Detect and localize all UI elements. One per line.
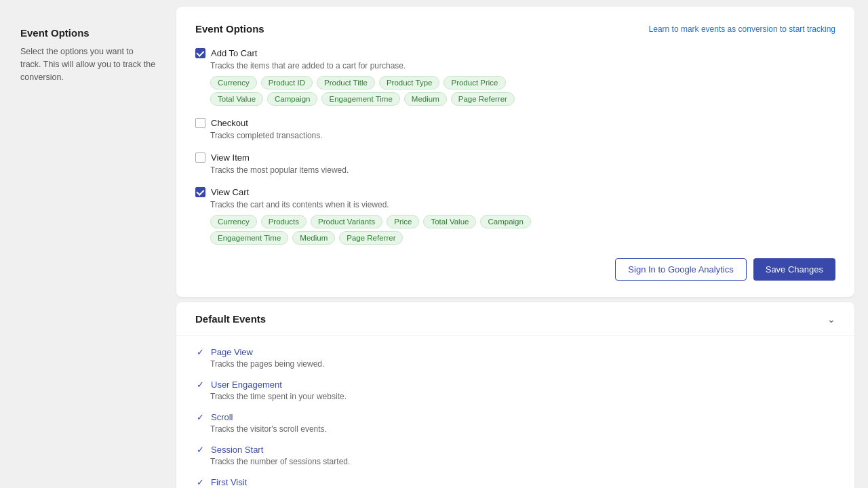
default-event-user-engagement: ✓ User Engagement Tracks the time spent … <box>195 380 835 401</box>
page-view-label: Page View <box>211 347 253 357</box>
tag-vc-campaign: Campaign <box>480 215 530 228</box>
save-changes-button[interactable]: Save Changes <box>753 258 835 281</box>
card-header: Event Options Learn to mark events as co… <box>195 23 835 35</box>
view-cart-label-row: View Cart <box>195 187 835 197</box>
card-title: Event Options <box>195 23 264 35</box>
tag-total-value: Total Value <box>210 92 263 106</box>
check-icon-page-view: ✓ <box>195 347 205 357</box>
scroll-desc: Tracks the visitor's scroll events. <box>210 424 835 434</box>
sign-in-button[interactable]: Sign In to Google Analytics <box>615 258 746 281</box>
default-events-title: Default Events <box>195 313 266 325</box>
default-event-scroll: ✓ Scroll Tracks the visitor's scroll eve… <box>195 412 835 434</box>
view-cart-label: View Cart <box>211 187 249 197</box>
default-event-first-visit: ✓ First Visit Tracks the new visitors. <box>195 477 835 488</box>
tag-product-id: Product ID <box>261 76 313 89</box>
view-cart-tags-row2: Engagement Time Medium Page Referrer <box>210 231 835 245</box>
view-cart-desc: Tracks the cart and its contents when it… <box>210 200 835 209</box>
default-events-card: Default Events ⌄ ✓ Page View Tracks the … <box>176 302 854 488</box>
event-label-row: Add To Cart <box>195 48 835 58</box>
event-options-card: Event Options Learn to mark events as co… <box>176 7 854 297</box>
default-events-body: ✓ Page View Tracks the pages being viewe… <box>176 336 854 488</box>
view-cart-tags-row1: Currency Products Product Variants Price… <box>210 215 835 228</box>
checkout-checkbox[interactable] <box>195 118 205 128</box>
first-visit-row: ✓ First Visit <box>195 477 835 487</box>
checkout-label: Checkout <box>211 118 248 128</box>
session-start-row: ✓ Session Start <box>195 445 835 455</box>
tag-vc-page-referrer: Page Referrer <box>339 231 403 245</box>
default-event-page-view: ✓ Page View Tracks the pages being viewe… <box>195 347 835 369</box>
chevron-down-icon: ⌄ <box>827 314 835 325</box>
check-icon-scroll: ✓ <box>195 412 205 422</box>
view-item-label-row: View Item <box>195 152 835 163</box>
scroll-row: ✓ Scroll <box>195 412 835 422</box>
default-event-session-start: ✓ Session Start Tracks the number of ses… <box>195 445 835 466</box>
checkout-desc: Tracks completed transactions. <box>210 131 835 140</box>
check-icon-session-start: ✓ <box>195 445 205 455</box>
tag-product-type: Product Type <box>379 76 440 89</box>
page-view-desc: Tracks the pages being viewed. <box>210 359 835 369</box>
check-icon-user-engagement: ✓ <box>195 380 205 390</box>
tag-vc-medium: Medium <box>292 231 335 245</box>
tag-vc-products: Products <box>261 215 307 228</box>
tag-product-title: Product Title <box>317 76 375 89</box>
left-panel-description: Select the options you want to track. Th… <box>20 45 156 83</box>
user-engagement-row: ✓ User Engagement <box>195 380 835 390</box>
session-start-label: Session Start <box>211 445 263 455</box>
tag-currency: Currency <box>210 76 257 89</box>
tag-vc-currency: Currency <box>210 215 257 228</box>
main-content: Event Options Learn to mark events as co… <box>176 0 868 488</box>
view-item-label: View Item <box>211 152 250 163</box>
button-row: Sign In to Google Analytics Save Changes <box>195 258 835 281</box>
event-item-view-cart: View Cart Tracks the cart and its conten… <box>195 187 835 245</box>
tag-medium: Medium <box>404 92 447 106</box>
learn-link[interactable]: Learn to mark events as conversion to st… <box>649 24 835 34</box>
user-engagement-label: User Engagement <box>211 380 282 390</box>
add-to-cart-desc: Tracks the items that are added to a car… <box>210 61 835 70</box>
event-item-add-to-cart: Add To Cart Tracks the items that are ad… <box>195 48 835 106</box>
checkout-label-row: Checkout <box>195 118 835 128</box>
event-item-view-item: View Item Tracks the most popular items … <box>195 152 835 175</box>
left-panel: Event Options Select the options you wan… <box>0 0 176 488</box>
add-to-cart-tags-row1: Currency Product ID Product Title Produc… <box>210 76 835 89</box>
default-events-header[interactable]: Default Events ⌄ <box>176 302 854 336</box>
tag-vc-product-variants: Product Variants <box>311 215 382 228</box>
tag-product-price: Product Price <box>443 76 505 89</box>
tag-vc-price: Price <box>387 215 419 228</box>
tag-vc-engagement-time: Engagement Time <box>210 231 288 245</box>
first-visit-label: First Visit <box>211 477 247 487</box>
tag-campaign: Campaign <box>267 92 317 106</box>
page-view-row: ✓ Page View <box>195 347 835 357</box>
view-item-checkbox[interactable] <box>195 152 205 163</box>
tag-vc-total-value: Total Value <box>423 215 476 228</box>
check-icon-first-visit: ✓ <box>195 477 205 487</box>
tag-engagement-time: Engagement Time <box>321 92 399 106</box>
user-engagement-desc: Tracks the time spent in your website. <box>210 392 835 401</box>
add-to-cart-label: Add To Cart <box>211 48 257 58</box>
tag-page-referrer: Page Referrer <box>451 92 515 106</box>
view-cart-checkbox[interactable] <box>195 187 205 197</box>
left-panel-title: Event Options <box>20 27 156 39</box>
add-to-cart-tags-row2: Total Value Campaign Engagement Time Med… <box>210 92 835 106</box>
view-item-desc: Tracks the most popular items viewed. <box>210 165 835 175</box>
session-start-desc: Tracks the number of sessions started. <box>210 457 835 466</box>
add-to-cart-checkbox[interactable] <box>195 48 205 58</box>
event-item-checkout: Checkout Tracks completed transactions. <box>195 118 835 140</box>
scroll-label: Scroll <box>211 412 233 422</box>
